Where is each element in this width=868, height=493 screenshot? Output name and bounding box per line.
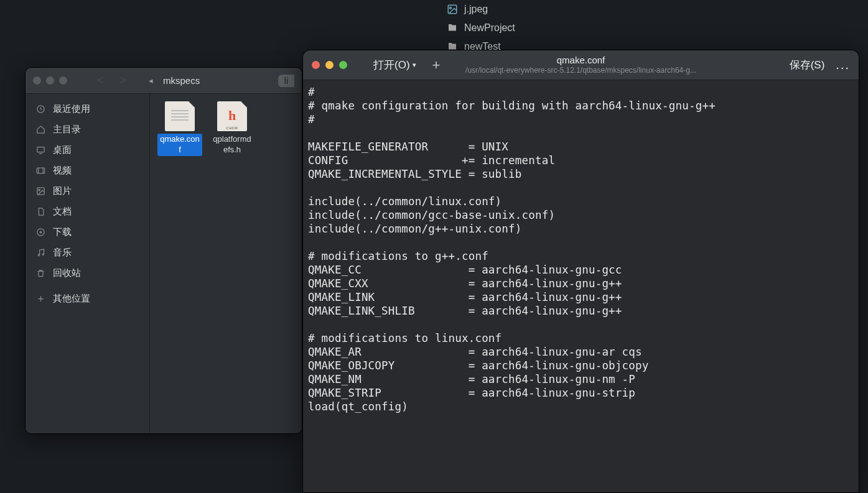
maximize-button[interactable] [339,61,347,69]
svg-point-9 [42,254,44,256]
image-icon [35,187,45,196]
maximize-button[interactable] [59,76,67,85]
editor-content[interactable]: # # qmake configuration for building wit… [303,80,859,492]
breadcrumb-folder[interactable]: mkspecs [163,75,200,86]
bg-item-label: j.jpeg [464,4,488,15]
nav-forward-button[interactable]: > [115,71,132,90]
music-icon [35,248,45,258]
bg-item[interactable]: NewProject [442,19,520,37]
sidebar-item-music[interactable]: 音乐 [28,242,147,263]
sidebar-item-downloads[interactable]: 下载 [28,222,147,242]
new-tab-button[interactable]: + [426,57,447,73]
sidebar-item-label: 最近使用 [53,103,90,115]
open-label: 打开(O) [373,58,410,72]
sidebar-item-label: 下载 [53,226,72,238]
save-button[interactable]: 保存(S) [790,58,825,72]
file-manager-sidebar: 最近使用 主目录 桌面 视频 图片 文档 下载 音乐 回收站 其他位置 [26,94,150,433]
open-button[interactable]: 打开(O) ▾ [368,57,421,73]
sidebar-item-label: 其他位置 [53,293,90,305]
document-icon [35,207,45,217]
editor-title-center: qmake.conf /usr/local/qt-everywhere-src-… [465,55,696,76]
bg-item[interactable]: j.jpeg [442,0,520,19]
file-manager-content[interactable]: qmake.conf hCHDR qplatformdefs.h [150,94,302,433]
file-manager-window: < > ◂ mkspecs li 最近使用 主目录 桌面 视频 图片 文档 下载… [25,67,302,434]
close-button[interactable] [33,76,41,85]
sidebar-item-home[interactable]: 主目录 [28,119,147,140]
sidebar-item-trash[interactable]: 回收站 [28,263,147,283]
sidebar-item-label: 视频 [53,165,72,177]
breadcrumb-tag[interactable]: li [278,75,294,87]
svg-point-6 [38,189,40,191]
file-item[interactable]: hCHDR qplatformdefs.h [210,101,254,156]
file-item-selected[interactable]: qmake.conf [157,101,202,156]
clock-icon [35,104,45,114]
plus-icon [35,294,45,304]
minimize-button[interactable] [46,76,54,85]
file-manager-body: 最近使用 主目录 桌面 视频 图片 文档 下载 音乐 回收站 其他位置 qmak… [26,94,302,433]
file-label: qplatformdefs.h [210,134,254,156]
svg-point-1 [450,7,452,9]
folder-link-icon [447,22,458,34]
sidebar-item-documents[interactable]: 文档 [28,201,147,222]
sidebar-item-desktop[interactable]: 桌面 [28,140,147,160]
window-controls[interactable] [312,61,347,69]
sidebar-item-recent[interactable]: 最近使用 [28,99,147,119]
close-button[interactable] [312,61,320,69]
window-controls[interactable] [33,76,67,85]
header-file-icon: hCHDR [217,101,247,131]
sidebar-item-label: 音乐 [53,247,72,259]
sidebar-item-label: 桌面 [53,144,72,156]
chevron-down-icon: ▾ [413,61,416,69]
sidebar-item-other-locations[interactable]: 其他位置 [28,288,147,309]
menu-more-button[interactable]: ... [836,58,850,72]
download-icon [35,228,45,237]
editor-filepath: /usr/local/qt-everywhere-src-5.12.1/qtba… [465,66,696,75]
bg-item-label: NewProject [464,22,515,34]
text-editor-window: 打开(O) ▾ + qmake.conf /usr/local/qt-every… [302,50,859,493]
home-icon [35,125,45,135]
text-file-icon [165,101,195,131]
desktop-icon [35,145,45,155]
video-icon [35,166,45,176]
trash-icon [35,269,45,279]
image-file-icon [447,4,458,15]
minimize-button[interactable] [325,61,334,69]
svg-point-8 [38,254,40,256]
nav-back-button[interactable]: < [92,71,109,90]
sidebar-item-label: 主目录 [53,124,81,136]
breadcrumb[interactable]: ◂ mkspecs li [144,73,294,88]
background-file-list: j.jpeg NewProject newTest [442,0,520,56]
editor-titlebar[interactable]: 打开(O) ▾ + qmake.conf /usr/local/qt-every… [303,50,859,80]
file-manager-titlebar[interactable]: < > ◂ mkspecs li [26,68,302,94]
sidebar-item-videos[interactable]: 视频 [28,160,147,181]
sidebar-item-label: 回收站 [53,267,81,279]
svg-rect-3 [37,147,44,152]
file-label: qmake.conf [157,134,202,156]
sidebar-item-label: 图片 [53,185,72,197]
breadcrumb-sep-icon: ◂ [144,73,158,88]
sidebar-item-pictures[interactable]: 图片 [28,181,147,201]
editor-filename: qmake.conf [465,55,696,67]
sidebar-item-label: 文档 [53,206,72,218]
